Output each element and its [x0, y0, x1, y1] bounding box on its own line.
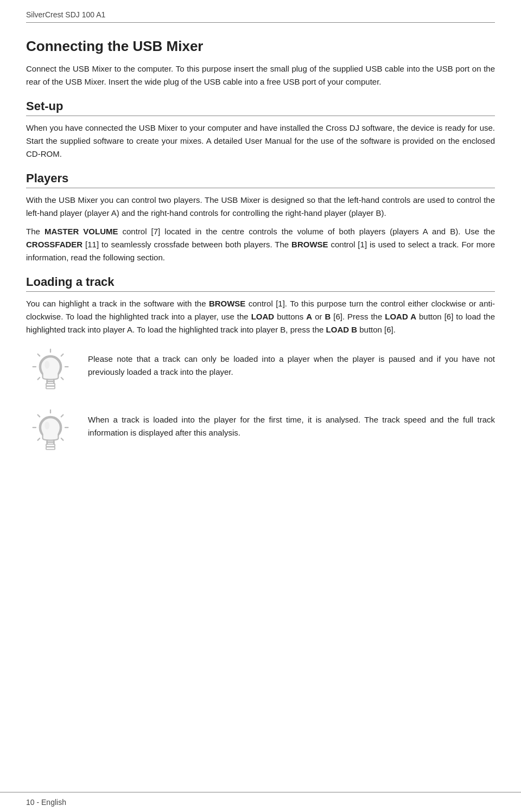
svg-line-3	[38, 354, 40, 356]
usb-paragraph: Connect the USB Mixer to the computer. T…	[26, 62, 495, 88]
usb-section-title: Connecting the USB Mixer	[26, 38, 495, 55]
loading-p1-text1: You can highlight a track in the softwar…	[26, 299, 209, 308]
players-p2-bold2: CROSSFADER	[26, 240, 82, 249]
players-p2-bold3: BROWSE	[291, 240, 328, 249]
footer-text: 10 - English	[26, 798, 66, 807]
svg-line-16	[61, 415, 63, 417]
svg-rect-26	[46, 447, 55, 450]
loading-p1-bold2: LOAD	[251, 312, 275, 321]
players-p2-bold1: MASTER VOLUME	[45, 227, 118, 236]
players-paragraph-2: The MASTER VOLUME control [7] located in…	[26, 225, 495, 264]
loading-p1-bold1: BROWSE	[209, 299, 246, 308]
footer-bar: 10 - English	[0, 792, 521, 812]
svg-line-17	[38, 415, 40, 417]
note-1-text: Please note that a track can only be loa…	[88, 348, 495, 379]
loading-p1-bold6: LOAD B	[326, 325, 358, 334]
loading-p1-text3: buttons	[274, 312, 306, 321]
setup-section-title: Set-up	[26, 99, 495, 116]
loading-section-title: Loading a track	[26, 275, 495, 292]
players-section: Players With the USB Mixer you can contr…	[26, 171, 495, 264]
svg-rect-12	[46, 386, 55, 389]
lightbulb-icon-1	[26, 348, 75, 397]
lightbulb-icon-2	[26, 409, 75, 458]
loading-p1-end: button [6].	[357, 325, 396, 334]
svg-rect-11	[46, 383, 55, 386]
svg-line-2	[61, 354, 63, 356]
svg-line-21	[38, 438, 40, 440]
players-p2-text1: The	[26, 227, 45, 236]
loading-p1-bold3: A	[306, 312, 312, 321]
note-2-text: When a track is loaded into the player f…	[88, 409, 495, 439]
loading-paragraph-1: You can highlight a track in the softwar…	[26, 297, 495, 336]
players-section-title: Players	[26, 171, 495, 188]
setup-paragraph: When you have connected the USB Mixer to…	[26, 122, 495, 161]
loading-section: Loading a track You can highlight a trac…	[26, 275, 495, 458]
svg-line-20	[61, 438, 63, 440]
loading-p1-text5: [6]. Press the	[331, 312, 385, 321]
note-box-2: When a track is loaded into the player f…	[26, 409, 495, 458]
loading-p1-bold5: LOAD A	[385, 312, 416, 321]
players-p2-text2: control [7] located in the centre contro…	[118, 227, 495, 236]
svg-rect-25	[46, 444, 55, 447]
note-box-1: Please note that a track can only be loa…	[26, 348, 495, 397]
players-p2-text3: [11] to seamlessly crossfade between bot…	[82, 240, 291, 249]
setup-section: Set-up When you have connected the USB M…	[26, 99, 495, 161]
svg-point-27	[45, 421, 49, 429]
usb-section: Connecting the USB Mixer Connect the USB…	[26, 38, 495, 88]
svg-line-7	[38, 378, 40, 380]
svg-point-13	[45, 361, 49, 368]
loading-p1-bold4: B	[325, 312, 331, 321]
loading-p1-text4: or	[312, 312, 325, 321]
header-title: SilverCrest SDJ 100 A1	[26, 10, 105, 19]
header-bar: SilverCrest SDJ 100 A1	[26, 10, 495, 23]
svg-line-6	[61, 378, 63, 380]
players-paragraph-1: With the USB Mixer you can control two p…	[26, 194, 495, 220]
